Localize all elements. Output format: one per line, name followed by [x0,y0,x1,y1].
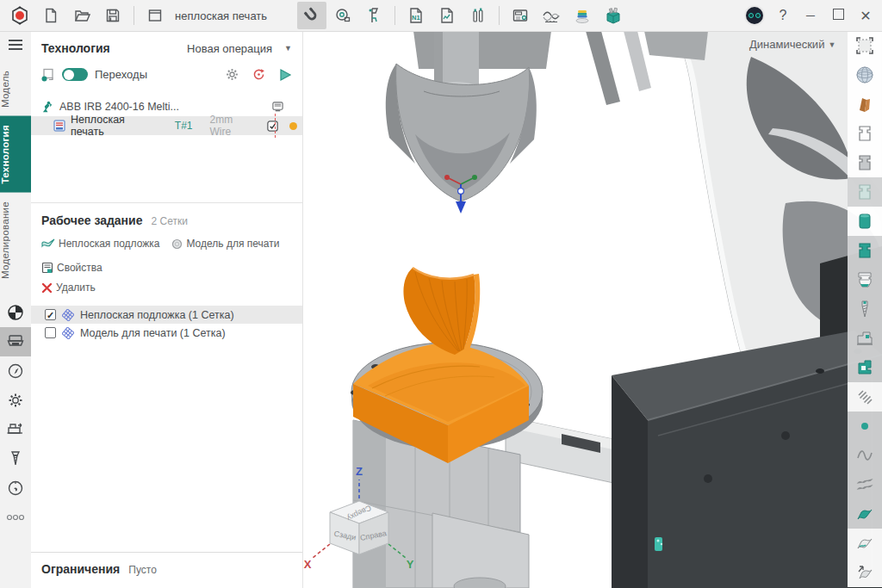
minimize-button[interactable]: ─ [801,9,820,22]
compass-icon[interactable] [0,356,31,386]
layer-slicer-button[interactable] [568,2,597,29]
svg-text:Y: Y [407,558,414,571]
robot-icon [41,101,54,114]
viewport-3d-scene[interactable]: Сверху Сзади Справа Z X Y [303,31,882,588]
nc-program-button[interactable]: N1 [401,2,431,29]
printed-part[interactable] [403,268,480,355]
toolbox-button[interactable] [599,2,628,29]
substrate-button-label: Неплоская подложка [59,238,159,250]
spool-teal-icon[interactable] [848,236,882,265]
new-file-button[interactable] [36,2,65,29]
recalculate-icon[interactable] [252,67,266,82]
status-dot [289,122,297,130]
tab-model[interactable]: Модель [0,62,31,116]
technology-panel: Технология Новая операция ▼ Переходы [31,31,303,588]
report-document-button[interactable] [432,2,462,29]
machine-teal-icon[interactable] [848,353,882,382]
mesh-icon [62,309,74,321]
double-waves-icon[interactable] [848,470,882,499]
settings-gear-icon[interactable] [0,386,31,415]
properties-button[interactable]: Свойства [41,262,102,274]
operation-settings-gear-icon[interactable] [225,67,239,82]
print-head[interactable] [386,64,537,201]
print-operation-icon [53,120,65,132]
main-tool-group: N1 [297,0,628,31]
help-button[interactable]: ? [773,8,792,23]
program-stack-icon[interactable] [271,101,284,113]
spool-faded-icon[interactable] [848,177,882,207]
constraints-title: Ограничения [41,562,120,576]
marker-tools-button[interactable] [463,2,493,29]
save-button[interactable] [98,2,127,29]
file-tool-group: неплоская печать [5,0,267,31]
mesh-list: ✓ Неплоская подложка (1 Сетка) Модель дл… [31,306,302,342]
maximize-button[interactable] [829,9,848,22]
print-area-icon[interactable] [0,327,31,356]
gauge-icon[interactable] [0,473,31,503]
model-checkbox[interactable] [45,327,56,338]
transitions-label: Переходы [95,68,147,81]
tab-technology[interactable]: Технология [0,116,31,193]
delete-button[interactable]: Удалить [41,282,96,294]
app-logo-icon[interactable] [5,2,34,29]
flag-outline-icon[interactable] [848,529,882,558]
dependency-connector [275,114,276,138]
more-dots-icon[interactable] [0,503,31,532]
open-folder-button[interactable] [67,2,96,29]
flag-arrow-icon[interactable] [848,558,882,587]
operation-tree: ABB IRB 2400-16 Melti... Неплоская печат… [31,97,302,135]
panel-title: Технология [41,41,110,55]
operation-check-icon[interactable] [266,120,279,133]
list-item-label: Неплоская подложка (1 Сетка) [80,309,234,321]
print-model-button[interactable]: Модель для печати [171,238,279,250]
snap-magnet-button[interactable] [297,2,326,29]
orange-surface-icon[interactable] [848,90,882,119]
spool-gray-icon[interactable] [848,148,882,177]
flag-teal-icon[interactable] [848,499,882,529]
drill-tool-icon[interactable] [0,444,31,473]
scene-window-icon[interactable] [140,2,170,29]
curve-icon[interactable] [848,441,882,470]
properties-button-label: Свойства [57,262,102,274]
measure-tape-button[interactable] [328,2,357,29]
substrate-button[interactable]: Неплоская подложка [41,238,159,250]
cylinder-teal-icon[interactable] [848,207,882,236]
new-operation-dropdown[interactable]: Новая операция ▼ [187,42,292,55]
sphere-icon[interactable] [848,60,882,90]
assistant-robot-icon[interactable] [744,5,765,26]
constraints-value: Пусто [128,564,157,576]
analysis-chart-button[interactable] [537,2,566,29]
balance-datum-icon[interactable] [0,298,31,327]
svg-text:N1: N1 [412,14,420,22]
list-item-substrate[interactable]: ✓ Неплоская подложка (1 Сетка) [31,306,302,324]
new-operation-label: Новая операция [187,42,272,55]
toolbar-separator [394,6,395,25]
list-item-model[interactable]: Модель для печати (1 Сетка) [31,324,302,342]
view-mode-dropdown[interactable]: Динамический ▼ [749,38,835,51]
transitions-toggle[interactable] [62,68,88,81]
teal-dot-icon[interactable] [848,412,882,441]
document-title: неплоская печать [175,9,267,22]
hatch-lines-icon[interactable] [848,382,882,412]
caliper-button[interactable] [359,2,388,29]
tab-modeling[interactable]: Моделирование [0,193,31,288]
tree-row-operation[interactable]: Неплоская печать T#1 2mm Wire [31,116,302,135]
viewport-3d[interactable]: Динамический ▼ [303,31,882,588]
postprocessor-machine-icon[interactable] [0,415,31,444]
spool-outline-icon[interactable] [848,119,882,148]
run-play-icon[interactable] [278,68,292,82]
delete-button-label: Удалить [56,282,96,294]
substrate-checkbox[interactable]: ✓ [45,309,56,320]
chevron-down-icon: ▼ [828,40,835,49]
machine-gray-icon[interactable] [848,324,882,353]
transitions-node-icon[interactable] [41,68,55,82]
drill-bit-icon[interactable] [848,294,882,324]
worklist-count: 2 Сетки [151,215,187,227]
deform-mesh-icon[interactable] [848,31,882,60]
spool-striped-icon[interactable] [848,265,882,294]
close-button[interactable]: ✕ [856,8,875,24]
view-mode-label: Динамический [749,38,824,51]
calculator-button[interactable] [506,2,535,29]
menu-burger-icon[interactable] [9,40,22,50]
toolbar-separator [499,6,500,25]
